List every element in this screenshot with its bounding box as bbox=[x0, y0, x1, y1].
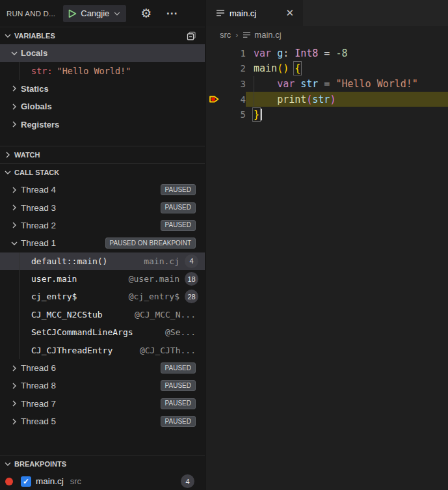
code-editor[interactable]: 1var g: Int8 = -82main() {3 var str = "H… bbox=[205, 44, 448, 490]
tab-main-cj[interactable]: main.cj ✕ bbox=[205, 0, 303, 26]
collapse-all-icon[interactable] bbox=[186, 31, 197, 42]
frame-location: @user.main bbox=[129, 274, 179, 284]
code-line[interactable]: 2main() { bbox=[205, 61, 448, 77]
code-line-content[interactable]: var g: Int8 = -8 bbox=[246, 46, 448, 61]
code-token: str bbox=[300, 78, 318, 90]
thread-status-badge: PAUSED bbox=[161, 398, 196, 409]
editor-gutter[interactable]: 5 bbox=[205, 107, 246, 122]
breakpoint-file: main.cj bbox=[36, 476, 64, 486]
thread-label: Thread 3 bbox=[21, 203, 56, 213]
thread-label: Thread 5 bbox=[21, 416, 56, 426]
thread-label: Thread 8 bbox=[21, 381, 56, 390]
callstack-thread[interactable]: Thread 5PAUSED bbox=[0, 413, 205, 430]
editor-gutter[interactable]: 2 bbox=[205, 61, 246, 77]
code-token: { bbox=[295, 62, 300, 74]
callstack-thread[interactable]: Thread 2PAUSED bbox=[0, 217, 205, 234]
watch-section-header[interactable]: WATCH bbox=[0, 146, 205, 163]
code-token: : bbox=[283, 48, 295, 59]
code-token: var bbox=[277, 78, 295, 90]
chevron-right-icon bbox=[9, 381, 20, 391]
code-token: print bbox=[277, 94, 306, 105]
code-line[interactable]: 3 var str = "Hello World!" bbox=[205, 76, 448, 92]
variables-scope-globals[interactable]: Globals bbox=[0, 98, 205, 115]
callstack-thread[interactable]: Thread 7PAUSED bbox=[0, 395, 205, 413]
callstack-frame[interactable]: cj_entry$@cj_entry$28 bbox=[0, 288, 205, 305]
breadcrumb-folder[interactable]: src bbox=[220, 30, 231, 40]
breakpoint-item[interactable]: ✓ main.cj src 4 bbox=[0, 472, 205, 490]
chevron-right-icon bbox=[9, 102, 20, 112]
variables-header-label: VARIABLES bbox=[14, 32, 55, 40]
watch-section: WATCH bbox=[0, 146, 205, 163]
sidebar-title: RUN AND D... bbox=[7, 10, 55, 18]
variables-section-header[interactable]: VARIABLES bbox=[0, 27, 205, 44]
gear-icon[interactable]: ⚙ bbox=[140, 7, 152, 20]
launch-config-dropdown[interactable]: Cangjie bbox=[63, 5, 126, 22]
callstack-frame[interactable]: CJ_MCC_N2CStub@CJ_MCC_N... bbox=[0, 306, 205, 323]
globals-label: Globals bbox=[21, 102, 52, 111]
code-line-content[interactable]: print(str) bbox=[246, 92, 448, 107]
variable-str[interactable]: str: "Hello World!" bbox=[0, 62, 205, 79]
code-line-current[interactable]: 4 print(str) bbox=[205, 92, 448, 107]
chevron-right-icon bbox=[9, 416, 20, 427]
play-icon bbox=[68, 9, 77, 18]
variables-scope-registers[interactable]: Registers bbox=[0, 116, 205, 133]
editor-gutter[interactable]: 3 bbox=[205, 76, 246, 92]
frame-name: user.main bbox=[31, 274, 77, 284]
breakpoints-section: BREAKPOINTS ✓ main.cj src 4 bbox=[0, 455, 205, 490]
editor-gutter[interactable]: 1 bbox=[205, 46, 246, 61]
breadcrumb-file[interactable]: main.cj bbox=[254, 30, 281, 40]
code-line[interactable]: 1var g: Int8 = -8 bbox=[205, 46, 448, 61]
code-token: g bbox=[277, 48, 283, 59]
frame-line-badge: 28 bbox=[185, 290, 198, 303]
close-icon[interactable]: ✕ bbox=[283, 7, 296, 19]
callstack-frame[interactable]: default::main()main.cj4 bbox=[0, 252, 205, 270]
chevron-down-icon bbox=[3, 459, 13, 469]
tab-label: main.cj bbox=[230, 8, 256, 18]
callstack-thread[interactable]: Thread 8PAUSED bbox=[0, 377, 205, 394]
variables-scope-statics[interactable]: Statics bbox=[0, 80, 205, 98]
launch-config-label: Cangjie bbox=[81, 8, 109, 18]
line-number: 5 bbox=[222, 109, 246, 120]
thread-status-badge: PAUSED bbox=[161, 416, 196, 427]
variable-name: str: bbox=[31, 66, 53, 76]
thread-label: Thread 4 bbox=[21, 185, 56, 195]
code-token: } bbox=[254, 109, 259, 120]
thread-status-badge: PAUSED bbox=[161, 220, 196, 231]
callstack-thread[interactable]: Thread 3PAUSED bbox=[0, 198, 205, 216]
thread-status-badge: PAUSED ON BREAKPOINT bbox=[105, 238, 196, 249]
breakpoint-checkbox[interactable]: ✓ bbox=[21, 476, 31, 487]
variables-scope-locals[interactable]: Locals bbox=[0, 44, 205, 62]
callstack-thread[interactable]: Thread 4PAUSED bbox=[0, 181, 205, 198]
frame-location: main.cj bbox=[144, 256, 179, 266]
chevron-right-icon bbox=[9, 220, 20, 230]
chevron-right-icon bbox=[3, 150, 13, 160]
code-token bbox=[254, 94, 277, 105]
frame-location: @Se... bbox=[165, 327, 196, 337]
sidebar-header: RUN AND D... Cangjie ⚙ ⋯ bbox=[0, 0, 205, 27]
callstack-frame[interactable]: user.main@user.main18 bbox=[0, 270, 205, 288]
frame-name: cj_entry$ bbox=[31, 292, 77, 301]
current-statement-breakpoint-icon[interactable] bbox=[205, 94, 222, 104]
watch-header-label: WATCH bbox=[14, 151, 40, 159]
callstack-frame[interactable]: SetCJCommandLineArgs@Se... bbox=[0, 323, 205, 341]
callstack-thread[interactable]: Thread 6PAUSED bbox=[0, 359, 205, 377]
breakpoints-section-header[interactable]: BREAKPOINTS bbox=[0, 456, 205, 472]
code-token: ) bbox=[330, 94, 336, 105]
code-line-content[interactable]: main() { bbox=[246, 61, 448, 77]
chevron-down-icon bbox=[113, 10, 121, 18]
code-line-content[interactable]: var str = "Hello World!" bbox=[246, 76, 448, 92]
text-cursor bbox=[261, 109, 262, 120]
frame-location: @cj_entry$ bbox=[129, 292, 179, 301]
callstack-header-label: CALL STACK bbox=[14, 169, 59, 176]
callstack-thread[interactable]: Thread 1PAUSED ON BREAKPOINT bbox=[0, 234, 205, 252]
code-token: () bbox=[277, 62, 289, 74]
editor-gutter[interactable]: 4 bbox=[205, 92, 246, 107]
callstack-frame[interactable]: CJ_CJThreadEntry@CJ_CJTh... bbox=[0, 341, 205, 359]
chevron-right-icon: › bbox=[235, 31, 238, 40]
callstack-section-header[interactable]: CALL STACK bbox=[0, 164, 205, 181]
code-line[interactable]: 5} bbox=[205, 107, 448, 122]
code-line-content[interactable]: } bbox=[246, 107, 448, 122]
chevron-right-icon bbox=[9, 398, 20, 409]
frame-name: SetCJCommandLineArgs bbox=[31, 327, 133, 337]
more-actions-icon[interactable]: ⋯ bbox=[166, 8, 178, 19]
